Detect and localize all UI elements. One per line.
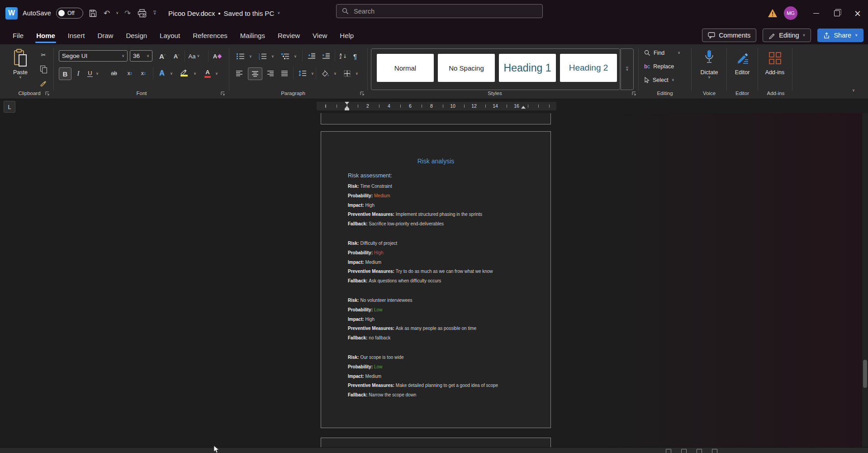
numbering-chevron[interactable]: ∨ <box>271 55 274 58</box>
read-mode-button[interactable] <box>681 449 687 453</box>
tab-review[interactable]: Review <box>271 26 306 44</box>
tab-file[interactable]: File <box>6 26 30 44</box>
tab-draw[interactable]: Draw <box>91 26 119 44</box>
borders-chevron[interactable]: ∨ <box>356 72 358 76</box>
align-center-button[interactable] <box>248 67 262 80</box>
show-formatting-button[interactable]: ¶ <box>350 50 360 62</box>
subscript-button[interactable]: x2 <box>124 67 136 79</box>
clear-formatting-button[interactable]: A <box>211 50 223 62</box>
style-no-spacing[interactable]: No Spacing <box>438 54 495 82</box>
bullets-chevron[interactable]: ∨ <box>249 55 252 58</box>
italic-button[interactable]: I <box>73 67 83 79</box>
collapse-ribbon-button[interactable]: ∨ <box>852 89 855 92</box>
comments-button[interactable]: Comments <box>702 29 756 42</box>
vertical-scrollbar[interactable] <box>862 113 868 447</box>
multilevel-chevron[interactable]: ∨ <box>294 55 297 58</box>
grow-font-button[interactable]: Aˆ <box>156 50 169 62</box>
font-dialog-launcher[interactable] <box>221 91 225 96</box>
multilevel-list-button[interactable] <box>279 50 292 62</box>
print-button[interactable] <box>137 8 147 19</box>
tab-design[interactable]: Design <box>119 26 153 44</box>
web-layout-button[interactable] <box>712 449 717 453</box>
strikethrough-button[interactable]: ab <box>108 67 120 79</box>
line-spacing-button[interactable] <box>296 67 309 79</box>
undo-dropdown-chevron[interactable]: ∨ <box>116 11 119 15</box>
sort-button[interactable]: AZ ↓ <box>337 50 349 62</box>
increase-indent-button[interactable] <box>320 50 332 62</box>
dictate-button[interactable]: Dictate ∨ <box>696 48 723 90</box>
first-line-indent-marker[interactable] <box>345 102 349 105</box>
justify-button[interactable] <box>279 67 290 79</box>
qat-more-button[interactable]: ∨ <box>152 10 157 16</box>
underline-chevron[interactable]: ∨ <box>96 72 99 76</box>
avatar[interactable]: MG <box>784 6 797 20</box>
underline-button[interactable]: U <box>85 67 95 79</box>
bold-button[interactable]: B <box>59 67 71 80</box>
superscript-button[interactable]: x2 <box>138 67 149 79</box>
search-input[interactable] <box>353 7 537 15</box>
close-button[interactable]: × <box>847 0 868 26</box>
minimize-button[interactable] <box>806 0 826 26</box>
tab-view[interactable]: View <box>306 26 333 44</box>
copy-button[interactable] <box>38 63 49 75</box>
numbering-button[interactable]: 1 2 3 <box>256 50 270 62</box>
change-case-button[interactable]: Aa ∨ <box>187 50 201 62</box>
tab-stop-selector[interactable]: L <box>4 101 15 113</box>
paragraph-dialog-launcher[interactable] <box>360 91 365 96</box>
undo-button[interactable]: ↶ <box>103 9 111 18</box>
share-button[interactable]: Share ∨ <box>817 29 863 42</box>
tab-references[interactable]: References <box>186 26 234 44</box>
highlight-button[interactable] <box>177 67 191 79</box>
scrollbar-thumb[interactable] <box>863 360 867 388</box>
style-heading1[interactable]: Heading 1 <box>499 54 556 82</box>
format-painter-button[interactable] <box>38 77 49 89</box>
right-indent-marker[interactable] <box>521 106 526 109</box>
style-heading2[interactable]: Heading 2 <box>560 54 617 82</box>
paste-button[interactable]: Paste ∨ <box>7 48 33 90</box>
find-button[interactable]: Find ∨ <box>644 50 680 56</box>
print-layout-button[interactable] <box>697 449 702 453</box>
search-box[interactable] <box>336 4 543 18</box>
font-name-select[interactable]: Segoe UI ∨ <box>59 50 128 62</box>
font-color-button[interactable]: A <box>202 67 213 79</box>
font-size-select[interactable]: 36 ∨ <box>130 50 152 62</box>
shading-chevron[interactable]: ∨ <box>334 72 337 76</box>
tab-mailings[interactable]: Mailings <box>234 26 271 44</box>
addins-button[interactable]: Add-ins <box>761 48 789 90</box>
warning-icon[interactable] <box>768 9 778 18</box>
shading-button[interactable] <box>318 67 332 79</box>
tab-insert[interactable]: Insert <box>62 26 91 44</box>
horizontal-ruler[interactable]: 2 4 6 8 10 12 14 16 <box>317 102 556 110</box>
text-effects-button[interactable]: A <box>156 67 168 79</box>
select-button[interactable]: Select ∨ <box>644 77 674 83</box>
view-mode-button[interactable] <box>666 449 671 453</box>
highlight-chevron[interactable]: ∨ <box>194 72 196 76</box>
document-title[interactable]: Picoo Dev.docx • Saved to this PC ∨ <box>168 10 280 17</box>
clipboard-dialog-launcher[interactable] <box>45 91 50 96</box>
left-indent-marker[interactable] <box>345 109 349 110</box>
style-normal[interactable]: Normal <box>377 54 434 82</box>
tab-help[interactable]: Help <box>333 26 360 44</box>
word-logo-icon[interactable]: W <box>5 7 18 19</box>
tab-home[interactable]: Home <box>30 26 62 44</box>
save-button[interactable] <box>88 9 98 18</box>
shrink-font-button[interactable]: Aˇ <box>171 50 182 62</box>
font-color-chevron[interactable]: ∨ <box>215 72 218 76</box>
editing-mode-button[interactable]: Editing ∨ <box>763 29 811 42</box>
decrease-indent-button[interactable] <box>306 50 318 62</box>
tab-layout[interactable]: Layout <box>153 26 186 44</box>
editor-button[interactable]: Editor <box>729 48 755 90</box>
borders-button[interactable] <box>340 67 354 79</box>
autosave-toggle[interactable]: Off <box>56 8 83 19</box>
align-left-button[interactable] <box>234 67 246 79</box>
cut-button[interactable]: ✂ <box>38 49 49 61</box>
line-spacing-chevron[interactable]: ∨ <box>311 72 314 76</box>
redo-button[interactable]: ↷ <box>123 9 132 18</box>
styles-gallery-expand[interactable]: ∨ <box>621 48 634 90</box>
text-effects-chevron[interactable]: ∨ <box>170 72 173 76</box>
restore-button[interactable] <box>826 0 847 26</box>
document-page[interactable]: Risk analysis Risk assessment: Risk:Time… <box>321 131 551 428</box>
align-right-button[interactable] <box>264 67 276 79</box>
replace-button[interactable]: bc Replace <box>644 63 674 70</box>
bullets-button[interactable] <box>234 50 247 62</box>
